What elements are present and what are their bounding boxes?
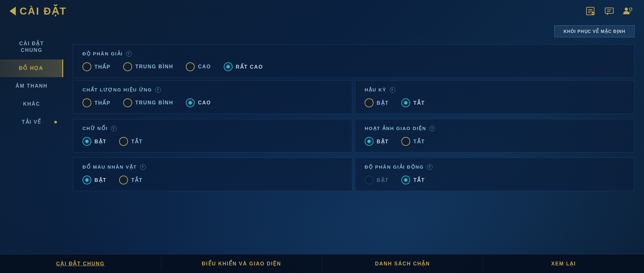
resolution-very-high[interactable]: RẤT CAO: [224, 62, 263, 71]
bottom-nav-block[interactable]: DANH SÁCH CHẶN: [322, 257, 483, 270]
post-on-radio[interactable]: [365, 98, 374, 107]
uianim-off-radio[interactable]: [401, 137, 410, 146]
dynamic-resolution-section: ĐỘ PHÂN GIẢI ĐỘNG ? BẬT TẮT: [355, 158, 635, 191]
effect-quality-help-icon[interactable]: ?: [155, 87, 161, 93]
character-color-help-icon[interactable]: ?: [140, 164, 146, 170]
ui-animation-section: HOẠT ẢNH GIAO DIỆN ? BẬT TẮT: [355, 119, 635, 152]
post-on-label: BẬT: [377, 100, 389, 106]
dynres-off-label: TẮT: [413, 177, 425, 183]
floating-off-label: TẮT: [131, 139, 143, 145]
resolution-help-icon[interactable]: ?: [126, 51, 132, 57]
resolution-high-radio[interactable]: [186, 62, 195, 71]
ui-animation-title: HOẠT ẢNH GIAO DIỆN ?: [365, 126, 625, 131]
resolution-very-high-radio[interactable]: [224, 62, 233, 71]
character-color-title: ĐỔ MÀU NHÂN VẬT ?: [82, 164, 343, 170]
back-button[interactable]: CÀI ĐẶT: [9, 5, 67, 17]
resolution-medium[interactable]: TRUNG BÌNH: [123, 62, 173, 71]
resolution-high[interactable]: CAO: [186, 62, 211, 71]
postprocessing-help-icon[interactable]: ?: [390, 87, 395, 93]
floating-off-radio[interactable]: [119, 137, 128, 146]
charcolor-on-label: BẬT: [94, 177, 106, 183]
resolution-section: ĐỘ PHÂN GIẢI ? THẤP TRUNG BÌNH CAO RẤT C…: [73, 44, 635, 78]
effect-high-radio[interactable]: [186, 98, 195, 107]
effect-quality-options: THẤP TRUNG BÌNH CAO: [82, 98, 343, 107]
page-title: CÀI ĐẶT: [20, 5, 67, 17]
effect-medium-radio[interactable]: [123, 98, 132, 107]
charcolor-off-label: TẮT: [131, 177, 143, 183]
floating-on-label: BẬT: [94, 139, 106, 145]
svg-point-8: [625, 8, 628, 11]
floating-text-options: BẬT TẮT: [82, 137, 343, 146]
effect-low[interactable]: THẤP: [82, 98, 111, 107]
header: CÀI ĐẶT: [0, 0, 644, 22]
charcolor-on-radio[interactable]: [82, 176, 91, 184]
resolution-options: THẤP TRUNG BÌNH CAO RẤT CAO: [82, 62, 625, 71]
effect-medium-label: TRUNG BÌNH: [135, 100, 173, 106]
effect-medium[interactable]: TRUNG BÌNH: [123, 98, 173, 107]
dynres-on[interactable]: BẬT: [365, 176, 389, 184]
charcolor-off-radio[interactable]: [119, 176, 128, 184]
post-off-label: TẮT: [413, 100, 425, 106]
post-off[interactable]: TẮT: [401, 98, 425, 107]
uianim-on[interactable]: BẬT: [365, 137, 389, 146]
effect-low-label: THẤP: [94, 100, 111, 106]
dynamic-resolution-help-icon[interactable]: ?: [427, 164, 433, 170]
header-icons: [584, 5, 635, 17]
effect-high[interactable]: CAO: [186, 98, 211, 107]
resolution-high-label: CAO: [198, 64, 211, 70]
floating-on[interactable]: BẬT: [82, 137, 106, 146]
post-off-radio[interactable]: [401, 98, 410, 107]
resolution-medium-label: TRUNG BÌNH: [135, 64, 173, 70]
dynres-on-radio[interactable]: [365, 176, 374, 184]
sidebar-item-graphics[interactable]: ĐỒ HỌA: [0, 59, 63, 78]
floating-text-help-icon[interactable]: ?: [111, 126, 117, 131]
bottom-nav-review[interactable]: XEM LẠI: [483, 257, 644, 270]
charcolor-on[interactable]: BẬT: [82, 176, 106, 184]
chat-icon[interactable]: [603, 5, 616, 17]
sidebar-item-download[interactable]: TẢI VỀ: [0, 113, 63, 131]
dynamic-resolution-options: BẬT TẮT: [365, 176, 625, 184]
resolution-title: ĐỘ PHÂN GIẢI ?: [82, 51, 625, 57]
resolution-low-radio[interactable]: [82, 62, 91, 71]
uianim-on-radio[interactable]: [365, 137, 374, 146]
uianim-off[interactable]: TẮT: [401, 137, 425, 146]
back-arrow-icon: [9, 7, 16, 16]
postprocessing-options: BẬT TẮT: [365, 98, 625, 107]
bottom-nav-controls[interactable]: ĐIỀU KHIỂN VÀ GIAO DIỆN: [161, 257, 322, 270]
sidebar-item-general[interactable]: CÀI ĐẶT CHUNG: [0, 35, 63, 59]
postprocessing-title: HẬU KỲ ?: [365, 87, 625, 93]
effect-quality-title: CHẤT LƯỢNG HIỆU ỨNG ?: [82, 87, 343, 93]
uianim-off-label: TẮT: [413, 139, 425, 145]
character-color-options: BẬT TẮT: [82, 176, 343, 184]
effect-quality-section: CHẤT LƯỢNG HIỆU ỨNG ? THẤP TRUNG BÌNH CA…: [73, 80, 352, 114]
charcolor-off[interactable]: TẮT: [119, 176, 143, 184]
dynres-off[interactable]: TẮT: [401, 176, 425, 184]
restore-default-button[interactable]: KHÔI PHỤC VỀ MẶC ĐỊNH: [554, 25, 635, 37]
floating-off[interactable]: TẮT: [119, 137, 143, 146]
bottom-nav-general[interactable]: CÀI ĐẶT CHUNG: [0, 257, 161, 270]
svg-point-9: [629, 8, 632, 10]
resolution-low[interactable]: THẤP: [82, 62, 111, 71]
main-content: ĐỘ PHÂN GIẢI ? THẤP TRUNG BÌNH CAO RẤT C…: [63, 38, 644, 254]
row-text-animation: CHỮ NỔI ? BẬT TẮT HOẠT ẢNH GIAO DIỆN ?: [73, 119, 635, 155]
floating-text-section: CHỮ NỔI ? BẬT TẮT: [73, 119, 352, 152]
sidebar: CÀI ĐẶT CHUNG ĐỒ HỌA ÂM THANH KHÁC TẢI V…: [0, 22, 63, 254]
ui-animation-help-icon[interactable]: ?: [429, 126, 435, 131]
checklist-icon[interactable]: [584, 5, 597, 17]
row-effect-post: CHẤT LƯỢNG HIỆU ỨNG ? THẤP TRUNG BÌNH CA…: [73, 80, 635, 116]
resolution-very-high-label: RẤT CAO: [236, 64, 263, 70]
floating-on-radio[interactable]: [82, 137, 91, 146]
character-color-section: ĐỔ MÀU NHÂN VẬT ? BẬT TẮT: [73, 158, 352, 191]
resolution-medium-radio[interactable]: [123, 62, 132, 71]
dynres-off-radio[interactable]: [401, 176, 410, 184]
row-color-dynres: ĐỔ MÀU NHÂN VẬT ? BẬT TẮT ĐỘ PHÂN GIẢI Đ…: [73, 158, 635, 194]
bottom-nav: CÀI ĐẶT CHUNG ĐIỀU KHIỂN VÀ GIAO DIỆN DA…: [0, 254, 644, 273]
svg-rect-5: [605, 8, 613, 13]
effect-low-radio[interactable]: [82, 98, 91, 107]
postprocessing-section: HẬU KỲ ? BẬT TẮT: [355, 80, 635, 114]
friends-icon[interactable]: [622, 5, 635, 17]
uianim-on-label: BẬT: [377, 139, 389, 145]
sidebar-item-other[interactable]: KHÁC: [0, 95, 63, 113]
post-on[interactable]: BẬT: [365, 98, 389, 107]
sidebar-item-audio[interactable]: ÂM THANH: [0, 77, 63, 95]
